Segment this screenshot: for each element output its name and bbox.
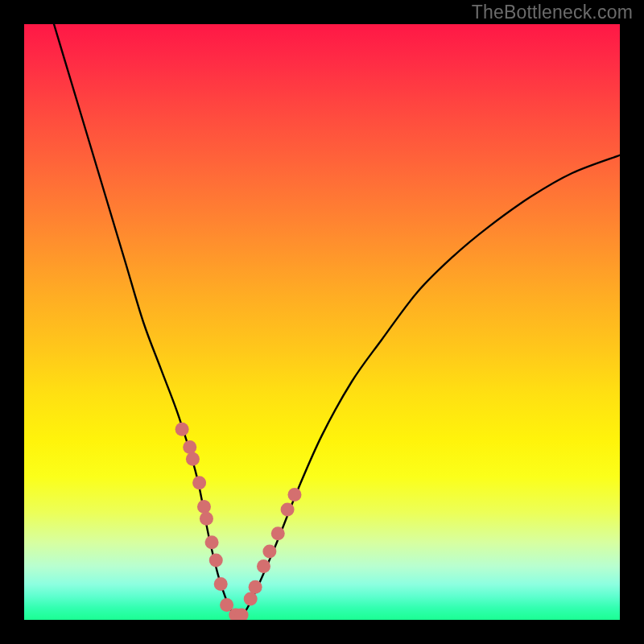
- highlight-dot: [244, 592, 258, 606]
- highlight-dot: [205, 535, 219, 549]
- highlight-dot: [197, 500, 211, 514]
- highlight-dot: [287, 488, 301, 502]
- highlight-dot: [175, 423, 189, 436]
- highlight-dot: [209, 554, 223, 568]
- highlight-dot: [249, 580, 262, 594]
- chart-frame: TheBottleneck.com: [0, 0, 644, 644]
- plot-area: [24, 24, 620, 620]
- highlight-dot: [257, 559, 270, 573]
- highlight-dots: [175, 423, 302, 620]
- curve-layer: [24, 24, 620, 620]
- highlight-dot: [262, 544, 276, 558]
- highlight-dot: [271, 526, 285, 540]
- highlight-dot: [183, 440, 196, 454]
- highlight-dot: [200, 512, 213, 526]
- highlight-dot: [214, 577, 228, 591]
- highlight-dot: [186, 452, 200, 466]
- highlight-dot: [281, 503, 295, 517]
- highlight-dot: [192, 476, 206, 489]
- watermark-text: TheBottleneck.com: [472, 2, 633, 23]
- bottleneck-curve: [54, 24, 620, 620]
